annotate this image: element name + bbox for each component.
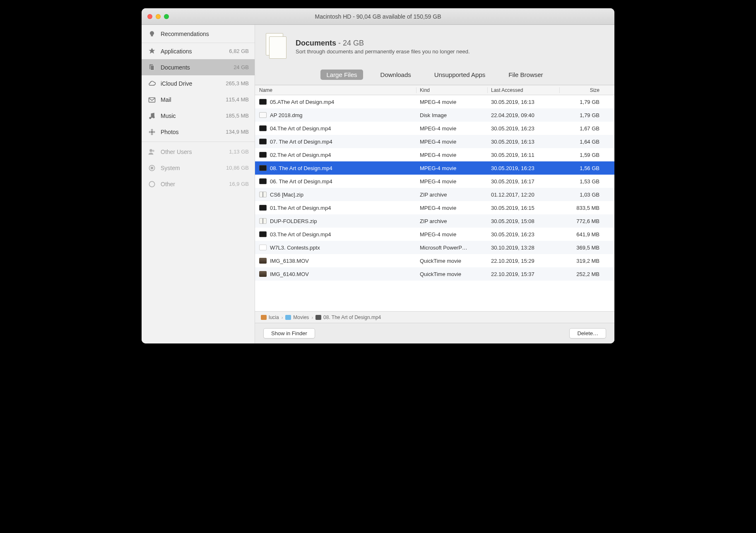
music-icon xyxy=(147,111,156,120)
tab-large-files[interactable]: Large Files xyxy=(320,70,363,80)
file-date: 30.05.2019, 16:23 xyxy=(488,125,560,132)
file-size: 1,53 GB xyxy=(560,178,606,185)
file-kind: MPEG-4 movie xyxy=(417,231,488,238)
file-kind: MPEG-4 movie xyxy=(417,152,488,158)
file-name: IMG_6138.MOV xyxy=(270,258,309,264)
delete-button[interactable]: Delete… xyxy=(569,328,606,339)
video-file-icon xyxy=(259,152,267,158)
file-size: 369,5 MB xyxy=(560,245,606,251)
svg-rect-1 xyxy=(151,35,153,36)
chevron-right-icon: › xyxy=(282,315,283,320)
svg-point-8 xyxy=(151,129,153,131)
table-row[interactable]: 07. The Art of Design.mp4MPEG-4 movie30.… xyxy=(255,135,614,148)
file-size: 1,79 GB xyxy=(560,99,606,105)
header-title: Documents xyxy=(296,39,336,47)
file-kind: ZIP archive xyxy=(417,192,488,198)
path-bar: lucia›Movies›08. The Art of Design.mp4 xyxy=(255,311,614,323)
file-name: CS6 [Mac].zip xyxy=(270,192,303,198)
file-date: 30.10.2019, 13:28 xyxy=(488,245,560,251)
column-name[interactable]: Name xyxy=(255,87,417,93)
show-in-finder-button[interactable]: Show in Finder xyxy=(263,328,315,339)
breadcrumb-folder[interactable]: Movies xyxy=(285,315,309,320)
file-size: 319,2 MB xyxy=(560,258,606,264)
sidebar-item-documents[interactable]: Documents24 GB xyxy=(142,59,255,75)
sidebar-item-label: iCloud Drive xyxy=(161,80,226,87)
minimize-button[interactable] xyxy=(156,14,161,19)
file-size: 1,59 GB xyxy=(560,152,606,158)
table-row[interactable]: 03.The Art of Design.mp4MPEG-4 movie30.0… xyxy=(255,228,614,241)
file-size: 1,67 GB xyxy=(560,125,606,132)
sidebar-item-mail[interactable]: Mail115,4 MB xyxy=(142,91,255,108)
tab-downloads[interactable]: Downloads xyxy=(375,70,417,80)
svg-point-10 xyxy=(149,131,151,133)
file-name: W7L3. Contests.pptx xyxy=(270,245,320,251)
table-row[interactable]: IMG_6140.MOVQuickTime movie22.10.2019, 1… xyxy=(255,267,614,281)
users-icon xyxy=(147,147,156,156)
file-name: 06. The Art of Design.mp4 xyxy=(270,178,332,185)
svg-point-9 xyxy=(151,133,153,135)
sidebar-item-label: Documents xyxy=(161,64,234,71)
titlebar[interactable]: Macintosh HD - 90,04 GB available of 150… xyxy=(142,8,614,25)
icloud-icon xyxy=(147,79,156,88)
table-row[interactable]: 01.The Art of Design.mp4MPEG-4 movie30.0… xyxy=(255,201,614,214)
sidebar-item-music[interactable]: Music185,5 MB xyxy=(142,108,255,124)
ppt-file-icon xyxy=(259,245,267,250)
tab-file-browser[interactable]: File Browser xyxy=(503,70,549,80)
sidebar-item-other[interactable]: Other16,9 GB xyxy=(142,176,255,192)
table-row[interactable]: 04.The Art of Design.mp4MPEG-4 movie30.0… xyxy=(255,122,614,135)
sidebar-divider xyxy=(142,142,255,142)
zoom-button[interactable] xyxy=(164,14,169,19)
file-date: 22.04.2019, 09:40 xyxy=(488,112,560,118)
column-kind[interactable]: Kind xyxy=(417,87,488,93)
breadcrumb-home[interactable]: lucia xyxy=(261,315,279,320)
video-file-icon xyxy=(259,205,267,211)
table-row[interactable]: 05.AThe Art of Design.mp4MPEG-4 movie30.… xyxy=(255,95,614,108)
table-row[interactable]: 02.The Art of Design.mp4MPEG-4 movie30.0… xyxy=(255,148,614,161)
file-name: 01.The Art of Design.mp4 xyxy=(270,205,331,211)
mov-file-icon xyxy=(259,258,267,264)
sidebar-item-photos[interactable]: Photos134,9 MB xyxy=(142,124,255,140)
table-body[interactable]: 05.AThe Art of Design.mp4MPEG-4 movie30.… xyxy=(255,95,614,311)
window-title: Macintosh HD - 90,04 GB available of 150… xyxy=(142,13,614,20)
table-row[interactable]: W7L3. Contests.pptxMicrosoft PowerP…30.1… xyxy=(255,241,614,254)
sidebar-item-label: Recommendations xyxy=(161,31,249,37)
video-file-icon xyxy=(259,165,267,171)
chevron-right-icon: › xyxy=(311,315,313,320)
header-size: - 24 GB xyxy=(336,39,364,47)
table-row[interactable]: DUP-FOLDERS.zipZIP archive30.05.2019, 15… xyxy=(255,214,614,228)
close-button[interactable] xyxy=(147,14,152,19)
zip-file-icon xyxy=(259,218,267,224)
table-row[interactable]: 08. The Art of Design.mp4MPEG-4 movie30.… xyxy=(255,161,614,175)
tab-unsupported-apps[interactable]: Unsupported Apps xyxy=(429,70,491,80)
file-name: 08. The Art of Design.mp4 xyxy=(270,165,332,171)
photos-icon xyxy=(147,127,156,137)
file-kind: ZIP archive xyxy=(417,218,488,224)
file-date: 01.12.2017, 12:20 xyxy=(488,192,560,198)
file-size: 1,56 GB xyxy=(560,165,606,171)
file-size: 833,5 MB xyxy=(560,205,606,211)
file-size: 1,64 GB xyxy=(560,139,606,145)
window-controls xyxy=(142,14,169,19)
breadcrumb-label: Movies xyxy=(293,315,309,320)
sidebar-recommendations[interactable]: Recommendations xyxy=(142,25,255,43)
video-file-icon xyxy=(259,231,267,237)
breadcrumb-file[interactable]: 08. The Art of Design.mp4 xyxy=(315,315,381,320)
table-row[interactable]: AP 2018.dmgDisk Image22.04.2019, 09:401,… xyxy=(255,108,614,122)
table-row[interactable]: IMG_6138.MOVQuickTime movie22.10.2019, 1… xyxy=(255,254,614,267)
svg-point-15 xyxy=(151,167,153,169)
sidebar-item-icloud[interactable]: iCloud Drive265,3 MB xyxy=(142,75,255,91)
table-row[interactable]: CS6 [Mac].zipZIP archive01.12.2017, 12:2… xyxy=(255,188,614,201)
sidebar-item-users[interactable]: Other Users1,13 GB xyxy=(142,144,255,160)
column-last-accessed[interactable]: Last Accessed xyxy=(488,87,560,93)
file-date: 30.05.2019, 16:23 xyxy=(488,165,560,171)
file-date: 30.05.2019, 16:13 xyxy=(488,139,560,145)
svg-point-13 xyxy=(152,150,154,152)
sidebar-item-applications[interactable]: Applications6,82 GB xyxy=(142,43,255,59)
sidebar-item-label: Mail xyxy=(161,96,226,103)
sidebar-item-size: 24 GB xyxy=(234,64,249,70)
column-size[interactable]: Size xyxy=(560,87,606,93)
table-row[interactable]: 06. The Art of Design.mp4MPEG-4 movie30.… xyxy=(255,175,614,188)
file-date: 30.05.2019, 16:17 xyxy=(488,178,560,185)
file-date: 22.10.2019, 15:29 xyxy=(488,258,560,264)
sidebar-item-system[interactable]: System10,86 GB xyxy=(142,160,255,176)
